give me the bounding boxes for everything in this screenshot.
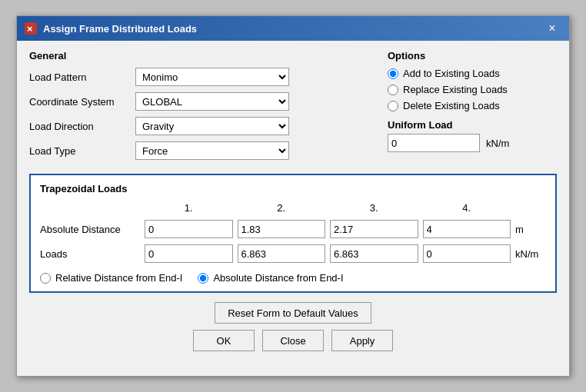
absolute-dist-text: Absolute Distance from End-I: [213, 272, 343, 284]
dialog: × Assign Frame Distributed Loads × Gener…: [16, 15, 570, 377]
abs-distance-label: Absolute Distance: [40, 224, 140, 235]
dialog-title: Assign Frame Distributed Loads: [43, 23, 197, 35]
relative-dist-radio[interactable]: [40, 273, 51, 284]
option-delete-text: Delete Existing Loads: [403, 100, 500, 111]
uniform-load-unit: kN/m: [486, 138, 509, 149]
trap-radio-row: Relative Distance from End-I Absolute Di…: [40, 269, 546, 284]
option-add-text: Add to Existing Loads: [403, 68, 500, 79]
dialog-body: General Load Pattern Monimo Coordinate S…: [17, 41, 569, 360]
general-section: General Load Pattern Monimo Coordinate S…: [29, 50, 372, 166]
uniform-load-input[interactable]: [388, 134, 480, 152]
uniform-load-section: Uniform Load kN/m: [388, 119, 557, 152]
load-direction-label: Load Direction: [29, 121, 129, 132]
option-add-label[interactable]: Add to Existing Loads: [388, 68, 557, 79]
option-replace-radio[interactable]: [388, 85, 398, 95]
bottom-buttons: Reset Form to Default Values OK Close Ap…: [29, 302, 557, 351]
uniform-load-row: kN/m: [388, 134, 557, 152]
option-replace-text: Replace Existing Loads: [403, 84, 508, 95]
load-type-label: Load Type: [29, 145, 129, 157]
load-pattern-row: Load Pattern Monimo: [29, 68, 372, 86]
absolute-dist-radio[interactable]: [198, 273, 208, 284]
app-icon: ×: [25, 22, 37, 35]
option-delete-radio[interactable]: [388, 101, 398, 111]
uniform-load-label: Uniform Load: [388, 119, 557, 131]
trap-col-3-header: 3.: [330, 202, 418, 214]
options-radio-group: Add to Existing Loads Replace Existing L…: [388, 68, 557, 111]
loads-2-input[interactable]: [238, 244, 326, 263]
abs-dist-2-input[interactable]: [238, 220, 326, 238]
relative-dist-text: Relative Distance from End-I: [55, 272, 182, 284]
svg-text:×: ×: [27, 23, 33, 35]
loads-label: Loads: [40, 248, 140, 260]
options-label: Options: [388, 50, 557, 61]
options-section: Options Add to Existing Loads Replace Ex…: [388, 50, 557, 166]
load-direction-select[interactable]: Gravity: [135, 117, 289, 135]
abs-distance-row: Absolute Distance m: [40, 220, 546, 238]
loads-1-input[interactable]: [145, 244, 233, 263]
absolute-dist-label[interactable]: Absolute Distance from End-I: [198, 272, 343, 284]
relative-dist-label[interactable]: Relative Distance from End-I: [40, 272, 182, 284]
abs-dist-3-input[interactable]: [330, 220, 418, 238]
loads-row: Loads kN/m: [40, 244, 546, 263]
option-delete-label[interactable]: Delete Existing Loads: [388, 100, 557, 111]
general-label: General: [29, 50, 372, 61]
loads-4-input[interactable]: [423, 244, 511, 263]
trap-col-4-header: 4.: [423, 202, 511, 214]
action-buttons: OK Close Apply: [193, 330, 393, 351]
reset-button[interactable]: Reset Form to Default Values: [215, 302, 371, 324]
ok-button[interactable]: OK: [193, 330, 255, 351]
trap-col-2-header: 2.: [238, 202, 326, 214]
coordinate-system-select[interactable]: GLOBAL: [135, 92, 289, 111]
trap-col-1-header: 1.: [145, 202, 233, 214]
title-bar: × Assign Frame Distributed Loads ×: [17, 16, 569, 41]
load-pattern-label: Load Pattern: [29, 71, 129, 83]
load-pattern-select[interactable]: Monimo: [135, 68, 289, 86]
coordinate-system-row: Coordinate System GLOBAL: [29, 92, 372, 111]
coordinate-system-label: Coordinate System: [29, 96, 129, 108]
trapezoidal-box: Trapezoidal Loads 1. 2. 3. 4. Absolute D…: [29, 174, 557, 293]
load-type-row: Load Type Force: [29, 141, 372, 160]
abs-dist-unit: m: [515, 224, 546, 235]
option-add-radio[interactable]: [388, 68, 398, 79]
dialog-close-button[interactable]: ×: [543, 19, 561, 38]
close-button[interactable]: Close: [262, 330, 324, 351]
trap-title: Trapezoidal Loads: [40, 183, 546, 194]
load-type-select[interactable]: Force: [135, 141, 289, 160]
loads-unit: kN/m: [515, 248, 546, 260]
abs-dist-4-input[interactable]: [423, 220, 511, 238]
apply-button[interactable]: Apply: [331, 330, 393, 351]
trap-header-row: 1. 2. 3. 4.: [40, 202, 546, 214]
loads-3-input[interactable]: [330, 244, 418, 263]
abs-dist-1-input[interactable]: [145, 220, 233, 238]
top-section: General Load Pattern Monimo Coordinate S…: [29, 50, 557, 166]
option-replace-label[interactable]: Replace Existing Loads: [388, 84, 557, 95]
load-direction-row: Load Direction Gravity: [29, 117, 372, 135]
title-bar-left: × Assign Frame Distributed Loads: [25, 22, 197, 35]
